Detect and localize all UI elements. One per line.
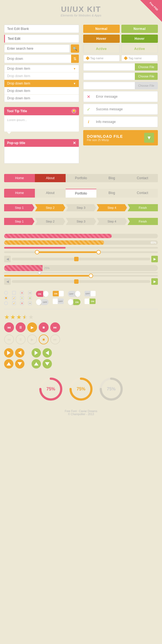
nav-item-home-2[interactable]: Home (4, 189, 35, 198)
arrow-thumb[interactable] (74, 257, 79, 261)
sq-toggle-off[interactable]: OFF (53, 299, 64, 304)
text-edit-blank-input[interactable] (4, 25, 79, 33)
dropdown-closed[interactable]: Drop down ⇅ (4, 54, 79, 63)
stop-button-outline[interactable]: ■ (39, 334, 49, 344)
dropdown-item-3[interactable]: Drop down item (4, 80, 79, 87)
checkbox-item-2[interactable]: ✓ (12, 296, 16, 300)
star-5-empty[interactable]: ★ (28, 314, 34, 321)
pause-button-outline[interactable]: ⏸ (16, 334, 26, 344)
active-button-orange[interactable]: Active (83, 44, 120, 53)
nav-item-about-2[interactable]: About (35, 189, 66, 198)
star-4-half[interactable]: ★ (22, 314, 28, 321)
dropdown-item-2[interactable]: Drop down item (4, 72, 79, 80)
mini-slider-thumb[interactable] (38, 271, 41, 274)
arrow-down-orange[interactable] (15, 359, 24, 369)
forward-button-pink[interactable]: ⏭ (50, 322, 60, 332)
slider-thumb-right[interactable] (96, 250, 101, 254)
nav-item-portfolio-2[interactable]: Portfolio (66, 189, 96, 198)
search-input[interactable] (4, 44, 70, 53)
radio-circle-1 (4, 291, 8, 295)
dropdown-item-1[interactable]: Drop down item (4, 65, 79, 72)
step-3-a[interactable]: Step 3 (66, 204, 96, 211)
hover-button-green[interactable]: Hover (121, 35, 158, 43)
g-toggle-on[interactable]: ON (68, 299, 80, 305)
toggle-off[interactable]: OFF (36, 299, 49, 305)
normal-button-orange[interactable]: Normal (83, 25, 120, 33)
nav-item-about-1[interactable]: About (35, 174, 66, 182)
checkbox-item-3[interactable]: ✓ (12, 301, 16, 305)
dropdown-item-4[interactable]: Drop down item (4, 87, 79, 95)
tag-2[interactable]: Tag name (121, 55, 158, 61)
radio-item-2[interactable] (4, 296, 8, 300)
plusminus-item-2[interactable]: + (28, 296, 32, 300)
xcheck-item-3[interactable]: ✕ (20, 301, 24, 305)
g-toggle-off[interactable]: OFF (68, 291, 80, 297)
step-2-a[interactable]: Step 2 (35, 204, 65, 211)
arrow-slider-2: ◀ ▶ (4, 278, 158, 285)
radio-item-3[interactable] (4, 301, 8, 305)
choose-file-button-2[interactable]: Choose File (135, 73, 158, 80)
checkbox-item-1[interactable] (12, 291, 16, 295)
step-2-b[interactable]: Step 2 (35, 218, 65, 225)
step-3-b[interactable]: Step 3 (66, 218, 96, 225)
radio-item-1[interactable] (4, 291, 8, 295)
plusminus-item-1[interactable]: − (28, 291, 32, 295)
nav-item-blog-2[interactable]: Blog (96, 189, 127, 198)
nav-item-contact-2[interactable]: Contact (127, 189, 158, 198)
arrow-left-button-2[interactable]: ◀ (4, 278, 11, 285)
play-button-orange[interactable]: ▶ (27, 322, 37, 332)
stop-button-pink[interactable]: ■ (39, 322, 49, 332)
hover-button-orange[interactable]: Hover (83, 35, 120, 43)
xcheck-item-1[interactable]: ✕ (20, 291, 24, 295)
solid-range-thumb[interactable] (89, 274, 93, 278)
arrow-left-orange[interactable] (15, 348, 24, 358)
star-3[interactable]: ★ (16, 314, 22, 321)
choose-file-button-1[interactable]: Choose File (135, 63, 158, 71)
arrow-right-button[interactable]: ▶ (151, 256, 158, 262)
arrow-up-orange[interactable] (4, 359, 13, 369)
nav-item-portfolio-1[interactable]: Portfolio (66, 174, 96, 182)
nav-item-blog-1[interactable]: Blog (96, 174, 127, 182)
active-button-green[interactable]: Active (121, 44, 158, 53)
step-1-a[interactable]: Step 1 (4, 204, 34, 211)
star-2[interactable]: ★ (10, 314, 16, 321)
arrow-up-green[interactable] (32, 359, 41, 369)
step-1-b[interactable]: Step 1 (4, 218, 34, 225)
toggle-on[interactable]: ON (36, 291, 49, 297)
tag-1[interactable]: Tag name (83, 55, 120, 61)
range-slider[interactable] (4, 251, 158, 253)
gs-toggle-on[interactable]: ON (85, 299, 96, 304)
plusminus-item-3[interactable]: − (28, 301, 32, 305)
rewind-button-outline[interactable]: ⏮ (4, 334, 14, 344)
arrow-left-button[interactable]: ◀ (4, 256, 11, 262)
normal-button-green[interactable]: Normal (121, 25, 158, 33)
xcheck-item-2[interactable]: + (20, 296, 24, 300)
arrow-down-green[interactable] (43, 359, 52, 369)
dropdown-item-5[interactable]: Drop down item (4, 95, 79, 102)
gs-toggle-off[interactable]: OFF (85, 291, 96, 296)
step-4-b[interactable]: Step 4 (97, 218, 127, 225)
nav-item-contact-1[interactable]: Contact (127, 174, 158, 182)
slider-thumb-left[interactable] (35, 250, 39, 254)
step-finish-b[interactable]: Finish (128, 218, 158, 225)
arrow-right-green[interactable] (32, 348, 41, 358)
popup-close-button[interactable]: ✕ (73, 141, 76, 145)
nav-item-home-1[interactable]: Home (4, 174, 35, 182)
search-button[interactable]: 🔍 (71, 44, 79, 53)
arrow-right-orange[interactable] (4, 348, 13, 358)
text-edit-input[interactable] (4, 35, 79, 43)
toggle-on-row: ON (36, 291, 49, 297)
arrow-thumb-2[interactable] (74, 279, 79, 284)
arrow-right-button-2[interactable]: ▶ (151, 278, 158, 285)
step-finish-a[interactable]: Finish (128, 204, 158, 211)
star-1[interactable]: ★ (4, 314, 10, 321)
play-button-outline[interactable]: ▶ (27, 334, 37, 344)
step-4-a[interactable]: Step 4 (97, 204, 127, 211)
arrow-left-green[interactable] (43, 348, 52, 358)
pause-button-pink[interactable]: ⏸ (16, 322, 26, 332)
download-button[interactable]: DOWNLOAD FILE File size 25 Mbzip ▼ (83, 130, 158, 145)
forward-button-outline[interactable]: ⏭ (50, 334, 60, 344)
dropdown-arrow-button[interactable]: ⇅ (71, 55, 79, 63)
sq-toggle-on[interactable]: ON (53, 291, 64, 296)
rewind-button-pink[interactable]: ⏮ (4, 322, 14, 332)
